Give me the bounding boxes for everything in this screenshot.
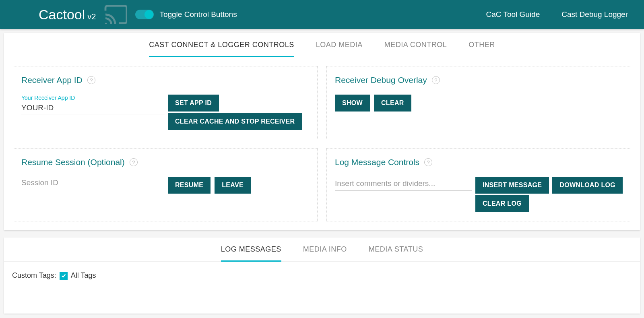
log-message-input[interactable] (335, 177, 472, 191)
set-app-id-button[interactable]: SET APP ID (168, 95, 219, 112)
toggle-control-buttons: Toggle Control Buttons (135, 10, 237, 19)
svg-point-0 (105, 23, 107, 24)
app-header: Cactool v2 Toggle Control Buttons CaC To… (0, 0, 644, 29)
card-title-row: Receiver App ID ? (21, 75, 309, 85)
help-icon[interactable]: ? (130, 158, 138, 166)
card-title-row: Resume Session (Optional) ? (21, 157, 309, 167)
cards-grid: Receiver App ID ? Your Receiver App ID S… (4, 57, 640, 230)
cac-tool-guide-link[interactable]: CaC Tool Guide (486, 10, 540, 19)
bottom-tabs: LOG MESSAGES MEDIA INFO MEDIA STATUS (4, 237, 640, 262)
toggle-control-buttons-switch[interactable] (135, 10, 154, 19)
cast-icon[interactable] (103, 5, 127, 24)
card-title-row: Receiver Debug Overlay ? (335, 75, 623, 85)
card-title: Resume Session (Optional) (21, 157, 125, 167)
leave-button[interactable]: LEAVE (215, 177, 251, 194)
resume-button[interactable]: RESUME (168, 177, 211, 194)
receiver-app-id-input[interactable] (21, 102, 165, 114)
button-stack-left: INSERT MESSAGE CLEAR LOG (475, 177, 549, 212)
all-tags-label: All Tags (71, 271, 96, 280)
help-icon[interactable]: ? (424, 158, 432, 166)
receiver-debug-overlay-card: Receiver Debug Overlay ? SHOW CLEAR (326, 66, 631, 139)
card-title: Receiver Debug Overlay (335, 75, 427, 85)
card-title: Log Message Controls (335, 157, 419, 167)
logo-text: Cactool (39, 7, 85, 23)
all-tags-checkbox[interactable] (60, 272, 68, 280)
card-title-row: Log Message Controls ? (335, 157, 623, 167)
button-row: SHOW CLEAR (335, 95, 623, 112)
tab-cast-connect[interactable]: CAST CONNECT & LOGGER CONTROLS (149, 33, 294, 57)
header-links: CaC Tool Guide Cast Debug Logger (486, 10, 628, 19)
log-message-field (335, 177, 472, 191)
toggle-knob (144, 10, 153, 19)
custom-tags-row: Custom Tags: All Tags (4, 262, 640, 289)
custom-tags-label: Custom Tags: (12, 271, 56, 280)
logo-version: v2 (87, 12, 96, 21)
insert-message-button[interactable]: INSERT MESSAGE (475, 177, 549, 194)
card-body: INSERT MESSAGE CLEAR LOG DOWNLOAD LOG (335, 177, 623, 212)
button-column: SET APP ID CLEAR CACHE AND STOP RECEIVER (168, 95, 302, 130)
receiver-app-id-field: Your Receiver App ID (21, 95, 165, 114)
log-message-controls-card: Log Message Controls ? INSERT MESSAGE CL… (326, 148, 631, 221)
download-log-button[interactable]: DOWNLOAD LOG (552, 177, 623, 194)
clear-cache-button[interactable]: CLEAR CACHE AND STOP RECEIVER (168, 113, 302, 130)
clear-overlay-button[interactable]: CLEAR (374, 95, 411, 112)
help-icon[interactable]: ? (432, 76, 440, 84)
button-row: RESUME LEAVE (168, 177, 251, 194)
resume-session-card: Resume Session (Optional) ? RESUME LEAVE (13, 148, 318, 221)
field-label: Your Receiver App ID (21, 95, 165, 101)
cast-debug-logger-link[interactable]: Cast Debug Logger (561, 10, 628, 19)
controls-panel: CAST CONNECT & LOGGER CONTROLS LOAD MEDI… (4, 33, 640, 230)
card-body: RESUME LEAVE (21, 177, 309, 194)
session-id-field (21, 177, 165, 189)
session-id-input[interactable] (21, 177, 165, 189)
tab-other[interactable]: OTHER (469, 33, 495, 57)
help-icon[interactable]: ? (87, 76, 95, 84)
tab-media-control[interactable]: MEDIA CONTROL (384, 33, 447, 57)
card-title: Receiver App ID (21, 75, 83, 85)
show-button[interactable]: SHOW (335, 95, 370, 112)
button-stack-right: DOWNLOAD LOG (552, 177, 623, 194)
card-body: Your Receiver App ID SET APP ID CLEAR CA… (21, 95, 309, 130)
clear-log-button[interactable]: CLEAR LOG (475, 195, 529, 212)
log-panel: LOG MESSAGES MEDIA INFO MEDIA STATUS Cus… (4, 237, 640, 314)
tab-media-info[interactable]: MEDIA INFO (303, 237, 347, 262)
app-logo: Cactool v2 (39, 7, 96, 23)
tab-load-media[interactable]: LOAD MEDIA (316, 33, 363, 57)
receiver-app-id-card: Receiver App ID ? Your Receiver App ID S… (13, 66, 318, 139)
tab-log-messages[interactable]: LOG MESSAGES (221, 237, 281, 262)
toggle-label: Toggle Control Buttons (159, 10, 237, 19)
tab-media-status[interactable]: MEDIA STATUS (369, 237, 423, 262)
main-tabs: CAST CONNECT & LOGGER CONTROLS LOAD MEDI… (4, 33, 640, 57)
